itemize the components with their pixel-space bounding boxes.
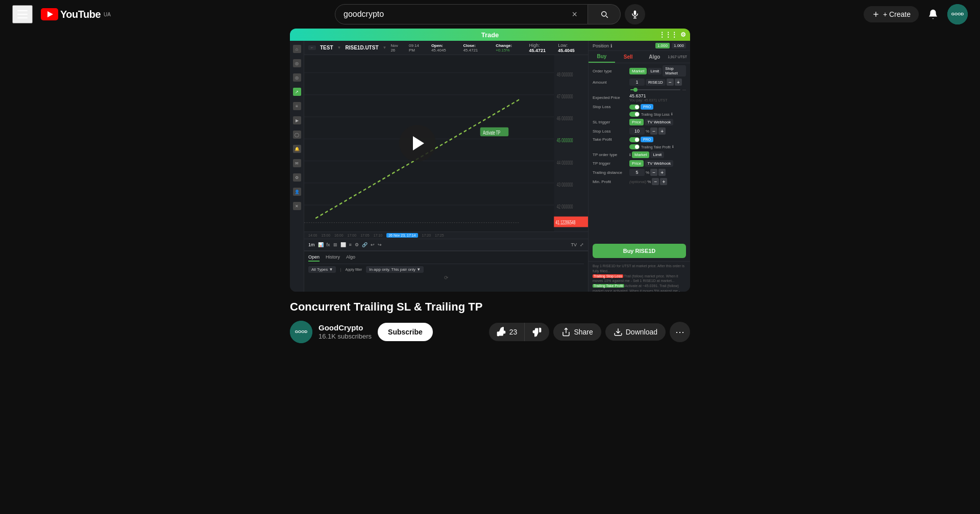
nav-icon-11[interactable]: 👤 [293,188,301,196]
slider-thumb[interactable] [633,88,638,92]
slider-track[interactable] [630,89,680,90]
nav-icon-3[interactable]: ◎ [293,73,301,82]
nav-icon-1[interactable]: ⌂ [293,45,301,53]
td-plus[interactable]: + [658,169,666,176]
sl-trigger-webhook[interactable]: TV Webhook [645,119,673,125]
channel-avatar[interactable]: GOOD [290,321,312,343]
order-type-val: Market Limit Stop Market [629,65,686,76]
search-clear-icon[interactable]: × [570,7,579,22]
tf-fx[interactable]: fx [327,242,330,247]
trailing-tp-toggle[interactable]: Trailing Take Profit ℹ [629,144,674,149]
tab-open[interactable]: Open [308,254,320,262]
tab-history[interactable]: History [326,254,340,262]
expected-price-num: 45.6371 [629,93,667,98]
stop-loss-toggle[interactable] [629,105,640,110]
trailing-distance-num[interactable]: 5 [629,169,645,176]
search-button[interactable] [588,4,621,24]
nav-icon-5[interactable]: ≡ [293,102,301,110]
share-button[interactable]: Share [553,323,601,341]
youtube-logo[interactable]: YouTube UA [41,8,111,20]
tf-1m[interactable]: 1m [308,242,315,247]
algo-tab[interactable]: Algo [642,51,668,63]
buy-tab[interactable]: Buy [589,51,615,63]
notifications-button[interactable] [923,4,943,24]
nav-icon-2[interactable]: ◎ [293,59,301,67]
min-profit-placeholder[interactable]: (optional) [629,179,646,184]
tp-trigger-price[interactable]: Price [629,160,644,167]
download-button[interactable]: Download [605,323,666,341]
sl-minus[interactable]: − [650,127,657,135]
stop-loss-num[interactable]: 10 [629,127,645,135]
order-limit[interactable]: Limit [648,68,662,74]
amount-minus[interactable]: − [667,79,674,86]
tp-trigger-webhook[interactable]: TV Webhook [645,160,673,167]
mic-button[interactable] [625,4,645,24]
amount-num[interactable]: 1 [629,79,645,86]
like-button[interactable]: 23 [489,323,525,341]
tp-info: ℹ [629,153,631,157]
order-stop-market[interactable]: Stop Market [663,65,686,76]
trailing-distance-label: Trailing distance [593,170,627,175]
tf-bar[interactable]: 📊 [318,242,324,247]
tf-undo[interactable]: ↩ [371,242,375,247]
tf-redo[interactable]: ↪ [378,242,382,247]
chart-bottom-tabs: Open History Algo [308,254,584,264]
order-market[interactable]: Market [629,68,647,74]
more-button[interactable]: ⋯ [670,322,690,342]
nav-icon-6[interactable]: ▶ [293,116,301,124]
trailing-sl-on[interactable] [629,112,640,117]
nav-icon-4[interactable]: ↗ [293,88,301,96]
svg-text:Activate TP: Activate TP [483,130,500,136]
channel-name[interactable]: GoodCrypto [318,323,372,332]
tf-settings[interactable]: ⚙ [355,242,359,247]
min-profit-label: Min. Profit [593,179,627,184]
tf-list[interactable]: ≡ [349,242,352,247]
amount-plus[interactable]: + [675,79,682,86]
amount-unit[interactable]: RISE1D [646,79,666,86]
sell-tab[interactable]: Sell [615,51,642,63]
tf-grid[interactable]: ⊞ [333,242,337,247]
filter-pair[interactable]: In-app only. This pair only ▼ [366,266,424,273]
tp-limit[interactable]: Limit [650,151,664,158]
take-profit-toggle[interactable] [629,137,640,142]
search-form: × [335,4,621,24]
filter-all-types[interactable]: All Types ▼ [308,266,336,273]
nav-icon-10[interactable]: ⚙ [293,173,301,182]
play-button[interactable] [399,125,436,162]
search-input[interactable] [344,10,570,19]
td-minus[interactable]: − [650,169,657,176]
subscribe-button[interactable]: Subscribe [378,323,433,341]
sl-trigger-label: SL trigger [593,120,627,124]
tf-link[interactable]: 🔗 [362,242,368,247]
dislike-button[interactable] [525,323,549,341]
sl-plus[interactable]: + [658,127,666,135]
position-values: 1.000 1.000 [655,43,686,48]
nav-icon-8[interactable]: 🔔 [293,145,301,153]
tf-expand[interactable]: ⤢ [580,242,584,247]
tf-more[interactable]: ⬜ [340,242,346,247]
menu-button[interactable] [12,5,33,23]
nav-icon-9[interactable]: ✉ [293,159,301,167]
nav-icon-7[interactable]: ◯ [293,131,301,139]
mp-plus[interactable]: + [660,178,667,185]
sl-trigger-price[interactable]: Price [629,119,644,125]
create-button[interactable]: + Create [864,6,919,22]
pos-btn[interactable]: 1.000 [672,43,686,48]
tab-algo[interactable]: Algo [346,254,355,262]
mp-minus[interactable]: − [652,178,659,185]
back-btn[interactable]: ← [308,45,316,50]
user-avatar[interactable]: GOOD [947,4,968,24]
trailing-sl-toggle[interactable]: Trailing Stop Loss ℹ [629,112,673,117]
trading-content: ⌂ ◎ ◎ ↗ ≡ ▶ ◯ 🔔 ✉ ⚙ 👤 ✕ [290,41,690,292]
plus-icon [872,10,880,18]
trailing-tp-on[interactable] [629,144,640,149]
mic-icon [630,10,640,19]
tp-market[interactable]: Market [632,151,649,158]
buy-rise1d-button[interactable]: Buy RISE1D [593,244,686,258]
time-label-6: 17:10 [374,234,383,237]
chart-date: Nov 26 [390,43,403,53]
video-player[interactable]: Trade ⋮⋮⋮ ⚙ ⌂ ◎ ◎ ↗ ≡ ▶ [290,29,690,292]
nav-icon-12[interactable]: ✕ [293,202,301,210]
svg-text:48 000000: 48 000000 [557,71,573,78]
trading-panel-right: Position ℹ 1.000 1.000 Buy Sell Algo [588,41,690,292]
